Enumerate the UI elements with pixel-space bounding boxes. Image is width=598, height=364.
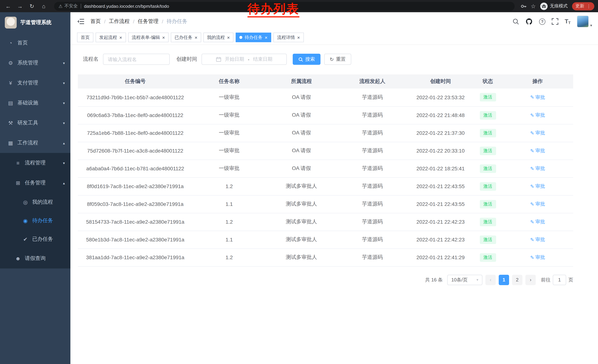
sidebar-item-label: 首页 (17, 40, 28, 46)
user-avatar[interactable]: ▾ (577, 16, 592, 27)
breadcrumb-item[interactable]: 工作流程 (109, 18, 130, 25)
sidebar-item-devtools[interactable]: ⚒ 研发工具 ▾ (0, 113, 70, 133)
approve-action-link[interactable]: ✎ 审批 (530, 129, 545, 136)
approve-action-link[interactable]: ✎ 审批 (530, 201, 545, 207)
browser-back-button[interactable]: ← (4, 2, 13, 11)
approve-action-link[interactable]: ✎ 审批 (530, 112, 545, 119)
page-button-2[interactable]: 2 (512, 275, 523, 285)
next-page-button[interactable]: › (525, 275, 536, 285)
approve-action-link[interactable]: ✎ 审批 (530, 183, 545, 190)
breadcrumb-item[interactable]: 首页 (91, 18, 101, 25)
annotation-title: 待办列表 (248, 1, 299, 17)
sidebar-item-my-process[interactable]: ◎ 我的流程 (0, 193, 70, 211)
status-badge: 激活 (480, 200, 496, 208)
tab-my-process[interactable]: 我的流程 × (203, 32, 234, 42)
sidebar-item-done-tasks[interactable]: ✔ 已办任务 (0, 230, 70, 249)
cell-initiator: 芋道源码 (337, 213, 407, 231)
sidebar-item-leave-query[interactable]: ☻ 请假查询 (0, 249, 70, 268)
key-icon[interactable] (520, 3, 526, 9)
search-icon[interactable] (512, 18, 519, 25)
app-title: 芋道管理系统 (20, 19, 51, 26)
cell-initiator: 芋道源码 (337, 177, 407, 195)
tab-done-tasks[interactable]: 已办任务 × (171, 32, 201, 42)
approve-action-label: 审批 (535, 165, 545, 172)
tab-process-form-edit[interactable]: 流程表单-编辑 × (128, 32, 169, 42)
sidebar-item-system[interactable]: ⚙ 系统管理 ▾ (0, 53, 70, 73)
approve-action-link[interactable]: ✎ 审批 (530, 94, 545, 101)
date-range-picker[interactable]: 开始日期 - 结束日期 (201, 54, 287, 65)
security-warning[interactable]: ⚠ 不安全 (58, 3, 78, 9)
bookmark-star-icon[interactable]: ☆ (531, 3, 536, 9)
cell-process: 测试多审批人 (266, 177, 337, 195)
tab-close-icon[interactable]: × (227, 35, 230, 40)
sidebar-item-label: 支付管理 (17, 80, 38, 86)
font-size-icon[interactable]: TT (565, 18, 571, 25)
sidebar-item-workflow[interactable]: ▦ 工作流程 ▴ (0, 133, 70, 153)
tab-close-icon[interactable]: × (297, 35, 300, 40)
sidebar-item-label: 已办任务 (32, 236, 53, 243)
url-divider (81, 4, 81, 8)
tab-todo-tasks[interactable]: 待办任务 × (236, 32, 271, 42)
sidebar-item-process-management[interactable]: ≡ 流程管理 ▾ (0, 153, 70, 173)
browser-forward-button[interactable]: → (16, 2, 25, 11)
approve-action-link[interactable]: ✎ 审批 (530, 165, 545, 172)
breadcrumb-item[interactable]: 任务管理 (138, 18, 158, 25)
tab-close-icon[interactable]: × (119, 35, 122, 40)
status-badge: 激活 (480, 235, 496, 244)
sidebar: 芋道管理系统 ◔ 首页 ⚙ 系统管理 ▾ ¥ 支付管理 ▾ ▤ (0, 12, 70, 364)
search-button[interactable]: 搜索 (293, 54, 321, 65)
cell-status: 激活 (473, 142, 502, 160)
approve-action-label: 审批 (535, 94, 545, 101)
calendar-icon (216, 57, 221, 62)
tab-close-icon[interactable]: × (265, 35, 267, 40)
prev-page-button[interactable]: ‹ (485, 275, 496, 285)
column-header-status: 状态 (473, 74, 502, 89)
approve-action-link[interactable]: ✎ 审批 (530, 218, 545, 225)
github-icon[interactable] (525, 18, 533, 25)
chat-icon: ◎ (22, 199, 29, 205)
tab-home[interactable]: 首页 (77, 32, 93, 42)
edit-icon: ✎ (530, 166, 534, 171)
sidebar-item-home[interactable]: ◔ 首页 (0, 33, 70, 53)
page-button-1[interactable]: 1 (499, 275, 509, 285)
sidebar-item-infrastructure[interactable]: ▤ 基础设施 ▾ (0, 93, 70, 113)
reset-button[interactable]: ↻ 重置 (324, 54, 351, 65)
browser-reload-button[interactable]: ↻ (27, 2, 36, 11)
sidebar-item-label: 我的流程 (32, 199, 53, 205)
approve-action-link[interactable]: ✎ 审批 (530, 147, 545, 154)
process-name-input[interactable] (103, 54, 170, 65)
help-icon[interactable]: ? (539, 18, 545, 25)
tab-label: 待办任务 (245, 34, 263, 40)
warning-icon: ⚠ (58, 4, 63, 9)
table-row: 725a1eb6-7b88-11ec-8ef0-acde48001122 一级审… (78, 124, 573, 142)
tags-view-bar: 首页 发起流程 × 流程表单-编辑 × 已办任务 × 我的流程 × (70, 31, 598, 45)
edit-icon: ✎ (530, 255, 534, 260)
sidebar-collapse-icon[interactable] (75, 16, 86, 27)
sidebar-item-task-management[interactable]: ⊞ 任务管理 ▴ (0, 173, 70, 193)
filter-bar: 流程名 创建时间 开始日期 - 结束日期 (83, 54, 598, 65)
tab-start-process[interactable]: 发起流程 × (96, 32, 126, 42)
cell-task-name: 一级审批 (193, 142, 266, 160)
approve-action-link[interactable]: ✎ 审批 (530, 236, 545, 243)
edit-icon: ✎ (530, 112, 534, 118)
tab-process-detail[interactable]: 流程详情 × (274, 32, 304, 42)
cell-initiator: 芋道源码 (337, 249, 407, 266)
tab-close-icon[interactable]: × (194, 35, 197, 40)
fullscreen-icon[interactable] (552, 18, 558, 25)
avatar[interactable] (577, 16, 589, 27)
cell-initiator: 芋道源码 (337, 231, 407, 249)
browser-menu-icon[interactable]: ⋮ (587, 4, 591, 9)
cell-initiator: 芋道源码 (337, 89, 407, 106)
sidebar-item-payment[interactable]: ¥ 支付管理 ▾ (0, 73, 70, 93)
tab-label: 流程详情 (277, 34, 295, 40)
end-date-placeholder: 结束日期 (253, 56, 272, 63)
approve-action-link[interactable]: ✎ 审批 (530, 254, 545, 261)
goto-page-input[interactable] (553, 275, 566, 285)
tab-close-icon[interactable]: × (162, 35, 165, 40)
url-text: dashboard.yudao.iocoder.cn/bpm/task/todo (84, 4, 169, 9)
edit-icon: ✎ (530, 95, 534, 100)
page-size-select[interactable]: 10条/页 ▾ (447, 275, 482, 285)
sidebar-item-todo-tasks[interactable]: ◉ 待办任务 (0, 211, 70, 230)
browser-update-button[interactable]: 更新 ⋮ (572, 2, 594, 10)
browser-home-button[interactable]: ⌂ (39, 2, 48, 11)
